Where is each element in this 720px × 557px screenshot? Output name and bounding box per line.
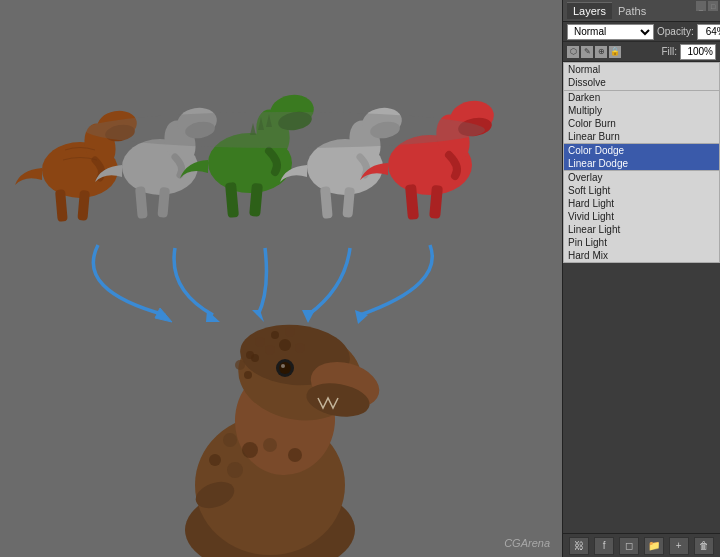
svg-point-53 <box>285 327 295 337</box>
svg-point-52 <box>271 331 279 339</box>
lock-position-icon[interactable]: ⊕ <box>595 46 607 58</box>
svg-point-62 <box>288 448 302 462</box>
window-controls: _ □ <box>694 0 720 14</box>
blend-mode-row: Normal Dissolve Darken Multiply Color Bu… <box>563 22 720 42</box>
add-style-button[interactable]: f <box>594 537 614 555</box>
lock-icons-group: ⬡ ✎ ⊕ 🔒 <box>567 46 621 58</box>
blend-option-hardmix[interactable]: Hard Mix <box>564 249 719 262</box>
delete-layer-button[interactable]: 🗑 <box>694 537 714 555</box>
svg-point-46 <box>281 364 285 368</box>
svg-point-31 <box>85 112 485 148</box>
svg-point-59 <box>263 438 277 452</box>
svg-point-49 <box>295 343 305 353</box>
maximize-button[interactable]: □ <box>708 1 718 11</box>
svg-point-57 <box>223 433 237 447</box>
blend-option-darken[interactable]: Darken <box>564 90 719 104</box>
svg-point-45 <box>279 362 291 374</box>
link-layers-button[interactable]: ⛓ <box>569 537 589 555</box>
blend-option-pinlight[interactable]: Pin Light <box>564 236 719 249</box>
blend-option-lineardodge[interactable]: Linear Dodge <box>564 157 719 170</box>
add-mask-button[interactable]: ◻ <box>619 537 639 555</box>
new-group-button[interactable]: 📁 <box>644 537 664 555</box>
blend-option-multiply[interactable]: Multiply <box>564 104 719 117</box>
svg-point-61 <box>227 462 243 478</box>
svg-point-56 <box>246 351 254 359</box>
blend-dropdown-list[interactable]: Normal Dissolve Darken Multiply Color Bu… <box>563 62 720 263</box>
blend-option-vividlight[interactable]: Vivid Light <box>564 210 719 223</box>
lock-pixels-icon[interactable]: ✎ <box>581 46 593 58</box>
blend-option-dissolve[interactable]: Dissolve <box>564 76 719 89</box>
blend-option-linearlight[interactable]: Linear Light <box>564 223 719 236</box>
panel-titlebar: _ □ Layers Paths <box>563 0 720 22</box>
tab-layers[interactable]: Layers <box>567 2 612 19</box>
blend-option-colorburn[interactable]: Color Burn <box>564 117 719 130</box>
blend-mode-select[interactable]: Normal Dissolve Darken Multiply Color Bu… <box>567 24 654 40</box>
svg-point-60 <box>209 454 221 466</box>
svg-point-48 <box>279 339 291 351</box>
svg-point-58 <box>242 442 258 458</box>
blend-option-overlay[interactable]: Overlay <box>564 170 719 184</box>
layers-panel: _ □ Layers Paths Normal Dissolve Darken … <box>562 0 720 557</box>
tab-paths[interactable]: Paths <box>612 3 652 19</box>
blend-option-softlight[interactable]: Soft Light <box>564 184 719 197</box>
new-layer-button[interactable]: + <box>669 537 689 555</box>
fill-row: ⬡ ✎ ⊕ 🔒 Fill: <box>563 42 720 62</box>
svg-point-55 <box>235 360 245 370</box>
opacity-label: Opacity: <box>657 26 694 37</box>
minimize-button[interactable]: _ <box>696 1 706 11</box>
fill-label: Fill: <box>661 46 677 57</box>
fill-input[interactable] <box>680 44 716 60</box>
blend-option-normal[interactable]: Normal <box>564 63 719 76</box>
panel-bottom-toolbar: ⛓ f ◻ 📁 + 🗑 <box>563 533 720 557</box>
blend-option-colordodge[interactable]: Color Dodge <box>564 143 719 157</box>
svg-point-47 <box>265 345 275 355</box>
watermark: CGArena <box>504 537 550 549</box>
svg-point-54 <box>244 371 252 379</box>
blend-option-linearburn[interactable]: Linear Burn <box>564 130 719 143</box>
lock-all-icon[interactable]: 🔒 <box>609 46 621 58</box>
blend-option-hardlight[interactable]: Hard Light <box>564 197 719 210</box>
opacity-input[interactable] <box>697 24 720 40</box>
svg-point-51 <box>255 337 265 347</box>
lock-transparency-icon[interactable]: ⬡ <box>567 46 579 58</box>
